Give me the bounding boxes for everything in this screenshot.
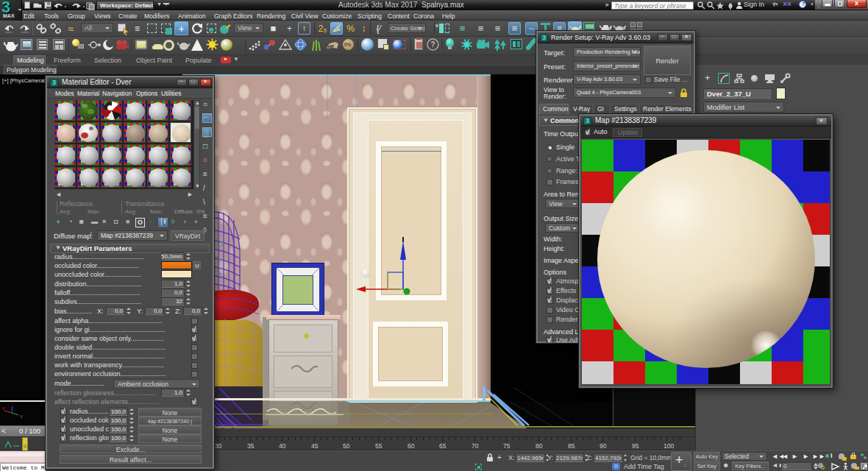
svg-text:x: x [2, 406, 5, 411]
svg-text:Y: Y [20, 414, 24, 419]
svg-text:HF: HF [327, 44, 335, 49]
svg-text:?: ? [431, 40, 435, 49]
